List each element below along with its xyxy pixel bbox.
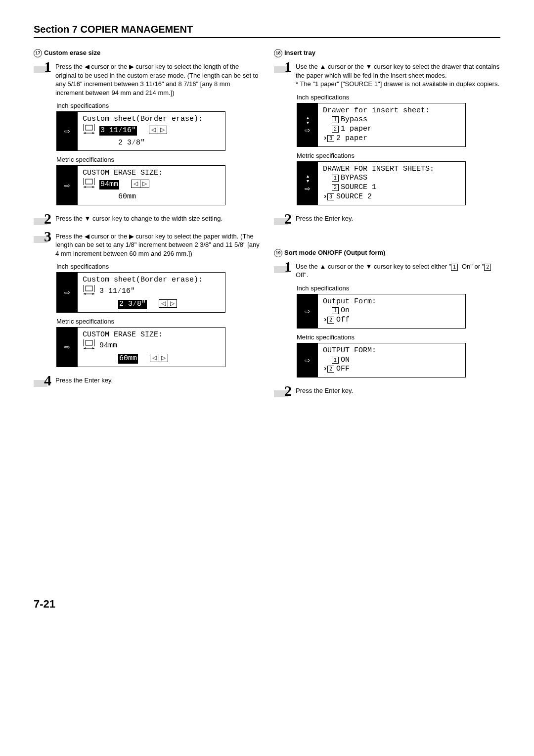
spec-label-metric: Metric specifications (56, 156, 260, 163)
step-number-box: 4 (34, 375, 51, 390)
subhead-text: Sort mode ON/OFF (Output form) (284, 249, 385, 256)
boxed-number-icon: 1 (451, 264, 458, 271)
circled-number-icon: 17 (34, 49, 42, 57)
lcd-body: DRAWER FOR INSERT SHEETS: 1BYPASS 2SOURC… (318, 162, 465, 205)
spec-label-inch: Inch specifications (56, 263, 260, 270)
lcd-body: CUSTOM ERASE SIZE: 94mm 60mm ◁▷ (78, 328, 225, 367)
svg-rect-18 (86, 340, 92, 345)
page-number: 7-21 (34, 598, 260, 611)
step-number-box: 1 (274, 61, 292, 76)
lcd-custom-erase-metric: ⇨ CUSTOM ERASE SIZE: 94mm ◁▷ 60mm (56, 165, 225, 205)
subhead-text: Insert tray (284, 49, 315, 56)
lcd-drawer-insert-metric: ▴▾ ⇨ DRAWER FOR INSERT SHEETS: 1BYPASS 2… (297, 161, 466, 205)
step-number-box: 2 (274, 213, 292, 228)
step-b2: 2 Press the Enter key. (274, 385, 500, 400)
svg-marker-10 (84, 186, 86, 188)
lcd-side-icon: ⇨ (297, 294, 318, 328)
page: Section 7 COPIER MANAGEMENT 17Custom era… (0, 0, 534, 625)
step-text: Press the Enter key. (296, 385, 353, 395)
step-number-box: 3 (34, 231, 51, 246)
lcd-custom-sheet-inch: ⇨ Custom sheet(Border erase): 3 11⁄16" ◁… (56, 111, 225, 151)
boxed-number-icon: 1 (332, 175, 339, 182)
spec-label-metric: Metric specifications (297, 152, 500, 159)
lcd-side-icon: ⇨ (57, 273, 78, 312)
svg-marker-22 (84, 347, 86, 349)
boxed-number-icon: 2 (484, 264, 491, 271)
header: Section 7 COPIER MANAGEMENT (34, 24, 500, 38)
boxed-number-icon: 2 (327, 366, 334, 373)
lcd-body: OUTPUT FORM: 1ON ›2OFF (318, 343, 465, 377)
boxed-number-icon: 1 (332, 307, 339, 314)
step-a1: 1 Use the ▲ cursor or the ▼ cursor key t… (274, 61, 500, 89)
subhead-19: 19Sort mode ON/OFF (Output form) (274, 249, 500, 257)
svg-rect-6 (86, 179, 92, 184)
boxed-number-icon: 2 (332, 184, 339, 191)
lcd-side-icon: ⇨ (57, 328, 78, 367)
step-number-box: 1 (34, 61, 51, 76)
boxed-number-icon: 3 (327, 135, 334, 142)
boxed-number-icon: 2 (332, 126, 339, 133)
up-down-scroll-icon: ▴▾ (307, 174, 309, 184)
svg-marker-16 (84, 293, 86, 295)
lcd-side-icon: ⇨ (297, 343, 318, 377)
lcd-output-form-inch: ⇨ Output Form: 1On ›2Off (297, 294, 466, 329)
svg-marker-5 (92, 132, 94, 134)
section-title: Section 7 COPIER MANAGEMENT (34, 24, 193, 35)
lcd-body: Drawer for insert sheet: 1Bypass 21 pape… (318, 103, 465, 146)
boxed-number-icon: 3 (327, 193, 334, 200)
lcd-body: Custom sheet(Border erase): 3 11⁄16" 2 3… (78, 273, 225, 312)
spec-label-inch: Inch specifications (56, 102, 260, 109)
lcd-drawer-insert-inch: ▴▾ ⇨ Drawer for insert sheet: 1Bypass 21… (297, 103, 466, 147)
spec-label-inch: Inch specifications (297, 94, 500, 101)
svg-marker-11 (92, 186, 94, 188)
svg-marker-23 (92, 347, 94, 349)
step-note: * The "1 paper" ["SOURCE 1"] drawer is n… (296, 80, 499, 88)
step-text: Press the ▼ cursor key to change to the … (55, 213, 222, 223)
left-right-keys-icon: ◁▷ (149, 126, 167, 134)
svg-rect-12 (86, 286, 92, 291)
step-4: 4 Press the Enter key. (34, 375, 260, 390)
lcd-body: Custom sheet(Border erase): 3 11⁄16" ◁▷ … (78, 112, 225, 150)
svg-rect-0 (86, 125, 92, 130)
step-number-box: 2 (34, 213, 51, 228)
lcd-output-form-metric: ⇨ OUTPUT FORM: 1ON ›2OFF (297, 343, 466, 378)
step-3: 3 Press the ◀ cursor or the ▶ cursor key… (34, 231, 260, 258)
lcd-side-icon: ▴▾ ⇨ (297, 103, 318, 146)
spec-label-metric: Metric specifications (56, 318, 260, 325)
boxed-number-icon: 1 (332, 357, 339, 364)
spec-label-inch: Inch specifications (297, 284, 500, 292)
lcd-custom-sheet-inch-2: ⇨ Custom sheet(Border erase): 3 11⁄16" 2… (56, 272, 225, 312)
left-column: 17Custom erase size 1 Press the ◀ cursor… (34, 49, 260, 611)
step-text: Press the ◀ cursor or the ▶ cursor key t… (55, 61, 260, 97)
left-right-keys-icon: ◁▷ (150, 354, 168, 362)
right-column: 18Insert tray 1 Use the ▲ cursor or the … (274, 49, 500, 611)
boxed-number-icon: 1 (332, 116, 339, 123)
spec-label-metric: Metric specifications (297, 333, 500, 341)
step-text: Use the ▲ cursor or the ▼ cursor key to … (296, 61, 500, 89)
step-a2: 2 Press the Enter key. (274, 213, 500, 228)
lcd-side-icon: ⇨ (57, 166, 78, 204)
lcd-body: Output Form: 1On ›2Off (318, 294, 465, 328)
left-right-keys-icon: ◁▷ (159, 299, 177, 308)
content-columns: 17Custom erase size 1 Press the ◀ cursor… (34, 49, 500, 611)
lcd-side-icon: ⇨ (57, 112, 78, 150)
svg-marker-17 (92, 293, 94, 295)
step-number-box: 2 (274, 385, 292, 400)
lcd-custom-erase-metric-2: ⇨ CUSTOM ERASE SIZE: 94mm 60mm ◁▷ (56, 327, 225, 367)
subhead-text: Custom erase size (44, 49, 100, 56)
lcd-side-icon: ▴▾ ⇨ (297, 162, 318, 205)
boxed-number-icon: 2 (327, 317, 334, 324)
step-text: Press the Enter key. (296, 213, 353, 223)
left-right-keys-icon: ◁▷ (131, 180, 149, 188)
step-b1: 1 Use the ▲ cursor or the ▼ cursor key t… (274, 261, 500, 280)
svg-marker-4 (84, 132, 86, 134)
circled-number-icon: 18 (274, 49, 282, 57)
step-text: Press the Enter key. (55, 375, 113, 385)
up-down-scroll-icon: ▴▾ (307, 115, 309, 125)
step-2: 2 Press the ▼ cursor key to change to th… (34, 213, 260, 228)
step-1: 1 Press the ◀ cursor or the ▶ cursor key… (34, 61, 260, 97)
step-text: Use the ▲ cursor or the ▼ cursor key to … (296, 261, 500, 280)
step-number-box: 1 (274, 261, 292, 276)
subhead-17: 17Custom erase size (34, 49, 260, 57)
circled-number-icon: 19 (274, 249, 282, 257)
